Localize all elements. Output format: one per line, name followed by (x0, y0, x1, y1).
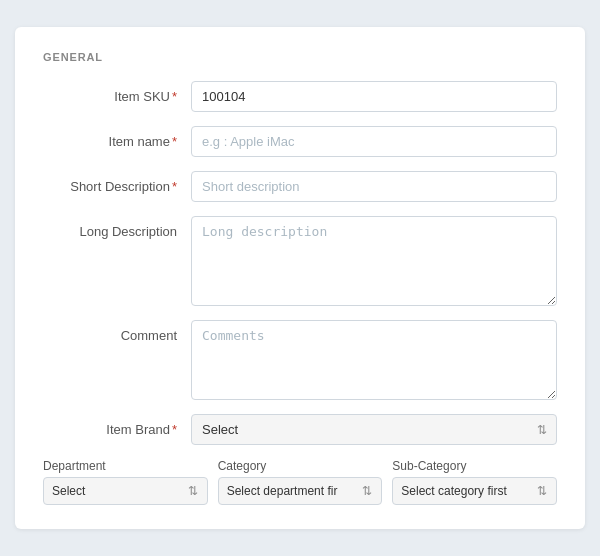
comment-input[interactable] (191, 320, 557, 400)
item-name-label: Item name* (43, 126, 191, 149)
sub-category-label: Sub-Category (392, 459, 557, 473)
item-sku-label: Item SKU* (43, 81, 191, 104)
item-brand-row: Item Brand* Select (43, 414, 557, 445)
section-title: GENERAL (43, 51, 557, 63)
category-label: Category (218, 459, 383, 473)
item-name-input[interactable] (191, 126, 557, 157)
department-label: Department (43, 459, 208, 473)
item-sku-input[interactable] (191, 81, 557, 112)
form-card: GENERAL Item SKU* Item name* Short Descr… (15, 27, 585, 529)
department-select-wrapper: Select (43, 477, 208, 505)
sub-category-select[interactable]: Select category first (392, 477, 557, 505)
required-marker: * (172, 89, 177, 104)
item-name-row: Item name* (43, 126, 557, 157)
comment-label: Comment (43, 320, 191, 343)
category-select[interactable]: Select department fir (218, 477, 383, 505)
item-sku-row: Item SKU* (43, 81, 557, 112)
comment-row: Comment (43, 320, 557, 400)
bottom-row: Department Select Category Select depart… (43, 459, 557, 505)
required-marker: * (172, 179, 177, 194)
long-description-row: Long Description (43, 216, 557, 306)
item-brand-label: Item Brand* (43, 414, 191, 437)
item-brand-select-wrapper: Select (191, 414, 557, 445)
sub-category-col: Sub-Category Select category first (392, 459, 557, 505)
item-brand-select[interactable]: Select (191, 414, 557, 445)
required-marker: * (172, 134, 177, 149)
sub-category-select-wrapper: Select category first (392, 477, 557, 505)
short-description-label: Short Description* (43, 171, 191, 194)
required-marker: * (172, 422, 177, 437)
department-select[interactable]: Select (43, 477, 208, 505)
long-description-label: Long Description (43, 216, 191, 239)
department-col: Department Select (43, 459, 208, 505)
short-description-row: Short Description* (43, 171, 557, 202)
long-description-input[interactable] (191, 216, 557, 306)
short-description-input[interactable] (191, 171, 557, 202)
category-select-wrapper: Select department fir (218, 477, 383, 505)
category-col: Category Select department fir (218, 459, 383, 505)
